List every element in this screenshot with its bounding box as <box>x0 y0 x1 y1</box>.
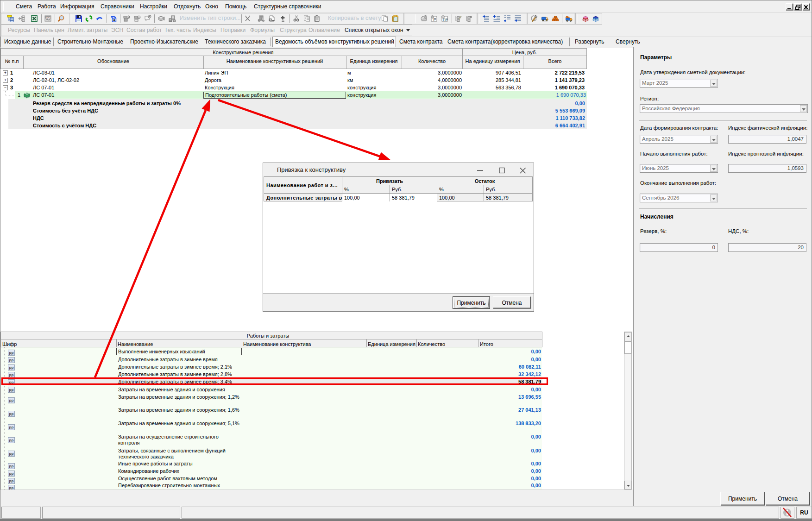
svg-text:ПР: ПР <box>443 18 448 22</box>
svg-text:PDF: PDF <box>46 16 51 19</box>
svg-text:P: P <box>434 17 436 22</box>
svg-text:✱: ✱ <box>113 19 116 22</box>
